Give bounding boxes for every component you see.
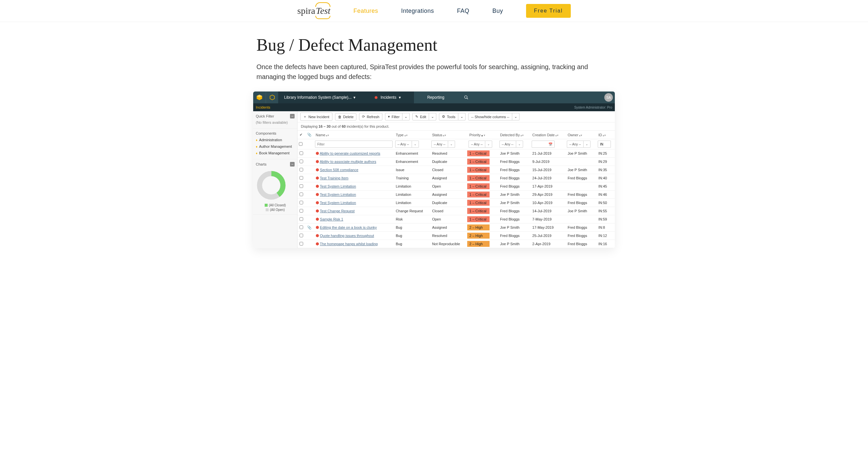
tab-reporting-label: Reporting (427, 95, 444, 100)
select-all-checkbox[interactable] (299, 142, 303, 146)
incident-link[interactable]: Test System Limitation (320, 193, 356, 197)
cell-status: Not Reproducible (430, 240, 467, 248)
collapse-button[interactable]: − (290, 162, 294, 167)
row-checkbox[interactable] (300, 226, 303, 229)
quickfilter-empty-note: (No filters available) (256, 120, 294, 126)
incident-link[interactable]: The homepage hangs whilst loading (320, 242, 378, 246)
brand-logo[interactable]: spira Test (297, 6, 331, 16)
row-checkbox[interactable] (300, 159, 303, 163)
col-name[interactable]: Name▴▾ (314, 131, 394, 139)
priority-badge: 2 – High (467, 225, 490, 230)
cell-detected: Fred Bloggs (498, 166, 530, 174)
breadcrumb[interactable]: Incidents (256, 105, 270, 109)
cell-type: Bug (394, 232, 430, 240)
filter-dropdown[interactable]: ⌄ (402, 113, 410, 120)
nav-features[interactable]: Features (353, 7, 378, 14)
cell-type: Training (394, 174, 430, 182)
delete-button[interactable]: 🗑Delete (335, 113, 357, 120)
nav-faq[interactable]: FAQ (457, 7, 469, 14)
incident-link[interactable]: Sample Risk 1 (320, 217, 343, 221)
filter-status-select[interactable]: -- Any --⌄ (431, 141, 455, 148)
filter-id-input[interactable] (598, 141, 611, 148)
incident-link[interactable]: Section 508 compliance (320, 168, 359, 172)
table-row: ⬢ Test System LimitationLimitationAssign… (298, 191, 615, 199)
workspace-hex-icon[interactable] (266, 91, 278, 103)
free-trial-button[interactable]: Free Trial (526, 4, 571, 18)
edit-button[interactable]: ✎Edit (412, 113, 429, 120)
row-checkbox[interactable] (300, 151, 303, 155)
incident-link[interactable]: Test Training Item (320, 176, 348, 180)
tab-incidents[interactable]: ⬢ Incidents ▾ (361, 91, 414, 103)
incidents-table: ✔ 📎 Name▴▾ Type▴▾ Status▴▾ Priority▴▾ De… (298, 131, 615, 248)
refresh-button[interactable]: ⟳Refresh (359, 113, 382, 120)
col-owner[interactable]: Owner▴▾ (565, 131, 596, 139)
search-button[interactable] (457, 91, 475, 103)
incident-link[interactable]: Ability to generate customized reports (319, 151, 380, 155)
collapse-button[interactable]: − (290, 114, 294, 118)
incident-link[interactable]: Test System Limitation (320, 184, 356, 188)
nav-buy[interactable]: Buy (493, 7, 503, 14)
col-status[interactable]: Status▴▾ (430, 131, 467, 139)
row-checkbox[interactable] (300, 184, 303, 188)
row-checkbox[interactable] (300, 168, 303, 172)
row-checkbox[interactable] (300, 209, 303, 213)
filter-type-select[interactable]: -- Any --⌄ (395, 141, 419, 148)
incident-link[interactable]: Ability to associate multiple authors (319, 159, 376, 164)
cell-owner: Joe P Smith (565, 166, 596, 174)
cell-detected: Joe P Smith (498, 199, 530, 207)
shield-icon: ⬢ (316, 176, 319, 180)
incident-link[interactable]: Test System Limitation (320, 201, 356, 205)
filter-button[interactable]: ▾Filter (385, 113, 402, 120)
nav-integrations[interactable]: Integrations (401, 7, 434, 14)
cell-id: IN:8 (596, 224, 615, 232)
logo-arc-icon (315, 2, 331, 7)
avatar[interactable]: SA (604, 93, 613, 102)
row-checkbox[interactable] (300, 242, 303, 245)
cell-date: 9-Jul-2019 (530, 158, 565, 166)
project-selector[interactable]: Library Information System (Sample)... ▾ (278, 91, 361, 103)
sidebar-item-administration[interactable]: ♦Administration (256, 137, 294, 143)
sidebar-header-charts: Charts (256, 162, 266, 166)
col-id[interactable]: ID▴▾ (596, 131, 615, 139)
sort-icon: ▴▾ (443, 134, 446, 137)
columns-select[interactable]: -- Show/hide columns -- (468, 113, 512, 120)
tab-reporting[interactable]: Reporting (414, 91, 457, 103)
tools-button[interactable]: ⚙Tools (439, 113, 458, 120)
new-incident-button[interactable]: ＋New Incident (300, 113, 332, 121)
incident-link[interactable]: Editing the date on a book is clunky (320, 226, 377, 229)
calendar-icon: 📅 (549, 143, 552, 146)
col-created[interactable]: Creation Date▴▾ (530, 131, 565, 139)
col-detected[interactable]: Detected By▴▾ (498, 131, 530, 139)
col-priority[interactable]: Priority▴▾ (467, 131, 498, 139)
col-type[interactable]: Type▴▾ (394, 131, 430, 139)
cell-date: 24-Jul-2019 (530, 174, 565, 182)
sidebar-item-book[interactable]: ♦Book Management (256, 150, 294, 156)
cell-status: Open (430, 215, 467, 224)
row-checkbox[interactable] (300, 193, 303, 196)
logo-arc2-icon (315, 16, 331, 19)
incident-link[interactable]: Quote handling issues throughout (320, 234, 374, 238)
edit-dropdown[interactable]: ⌄ (429, 113, 436, 120)
home-cube-icon[interactable] (253, 91, 266, 103)
cell-detected: Fred Bloggs (498, 174, 530, 182)
hero-section: Bug / Defect Management Once the defects… (253, 35, 615, 82)
row-checkbox[interactable] (300, 217, 303, 221)
filter-detected-select[interactable]: -- Any --⌄ (499, 141, 523, 148)
incident-link[interactable]: Test Change Request (320, 209, 355, 213)
filter-priority-select[interactable]: -- Any --⌄ (468, 141, 492, 148)
filter-date-picker[interactable]: 📅 (532, 141, 555, 148)
legend-swatch-closed (265, 204, 268, 207)
tab-incidents-label: Incidents (380, 95, 396, 100)
filter-name-input[interactable] (315, 141, 393, 148)
row-checkbox[interactable] (300, 234, 303, 237)
row-checkbox[interactable] (300, 201, 303, 204)
paperclip-icon: 📎 (307, 226, 312, 229)
filter-owner-select[interactable]: -- Any --⌄ (567, 141, 590, 148)
tools-dropdown[interactable]: ⌄ (458, 113, 466, 120)
columns-dropdown[interactable]: ⌄ (512, 113, 520, 120)
sidebar-item-author[interactable]: ♦Author Management (256, 143, 294, 150)
cell-date: 15-Jul-2019 (530, 166, 565, 174)
cell-owner (565, 158, 596, 166)
row-checkbox[interactable] (300, 176, 303, 180)
refresh-icon: ⟳ (362, 115, 365, 119)
